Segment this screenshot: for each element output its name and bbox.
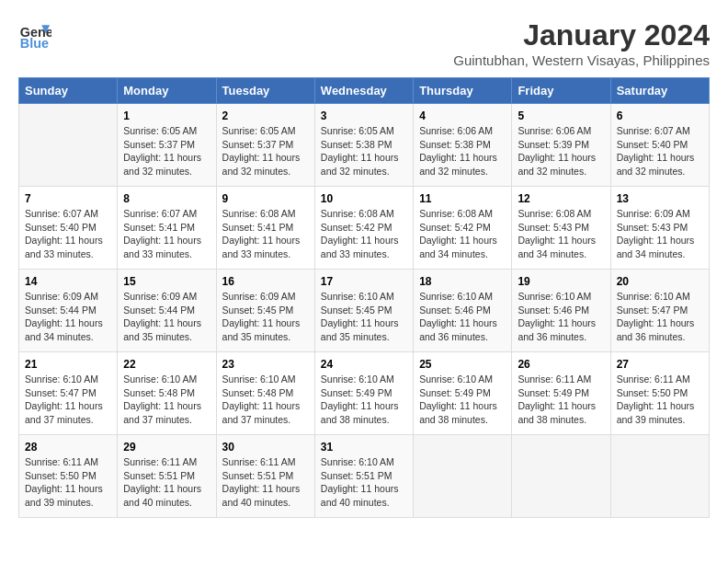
- day-info: Sunrise: 6:07 AM Sunset: 5:40 PM Dayligh…: [617, 124, 703, 178]
- calendar-body: 1Sunrise: 6:05 AM Sunset: 5:37 PM Daylig…: [19, 104, 710, 518]
- calendar-cell: [512, 435, 610, 518]
- day-number: 3: [321, 109, 407, 122]
- day-info: Sunrise: 6:10 AM Sunset: 5:48 PM Dayligh…: [123, 373, 210, 427]
- day-info: Sunrise: 6:09 AM Sunset: 5:44 PM Dayligh…: [25, 290, 111, 344]
- calendar-cell: 16Sunrise: 6:09 AM Sunset: 5:45 PM Dayli…: [216, 270, 314, 352]
- header-day: Sunday: [19, 78, 118, 104]
- header-day: Tuesday: [216, 78, 314, 104]
- calendar-cell: 19Sunrise: 6:10 AM Sunset: 5:46 PM Dayli…: [512, 270, 610, 352]
- day-info: Sunrise: 6:10 AM Sunset: 5:47 PM Dayligh…: [25, 373, 111, 427]
- day-number: 7: [25, 192, 111, 205]
- day-number: 10: [321, 192, 407, 205]
- day-info: Sunrise: 6:10 AM Sunset: 5:45 PM Dayligh…: [321, 290, 407, 344]
- calendar-header: SundayMondayTuesdayWednesdayThursdayFrid…: [19, 78, 710, 104]
- day-number: 30: [222, 441, 309, 454]
- day-number: 6: [617, 109, 703, 122]
- calendar-cell: [414, 435, 512, 518]
- header-day: Thursday: [414, 78, 512, 104]
- header: General Blue January 2024 Guintubhan, We…: [18, 18, 710, 68]
- day-number: 1: [123, 109, 210, 122]
- title-area: January 2024 Guintubhan, Western Visayas…: [453, 18, 710, 68]
- calendar-cell: 26Sunrise: 6:11 AM Sunset: 5:49 PM Dayli…: [512, 352, 610, 435]
- day-info: Sunrise: 6:08 AM Sunset: 5:42 PM Dayligh…: [419, 207, 506, 261]
- calendar-cell: 10Sunrise: 6:08 AM Sunset: 5:42 PM Dayli…: [314, 187, 413, 270]
- day-info: Sunrise: 6:06 AM Sunset: 5:39 PM Dayligh…: [518, 124, 604, 178]
- day-number: 19: [518, 275, 604, 288]
- calendar-cell: 20Sunrise: 6:10 AM Sunset: 5:47 PM Dayli…: [610, 270, 709, 352]
- header-day: Monday: [118, 78, 216, 104]
- day-number: 8: [123, 192, 210, 205]
- calendar-cell: 2Sunrise: 6:05 AM Sunset: 5:37 PM Daylig…: [216, 104, 314, 187]
- calendar-week-row: 28Sunrise: 6:11 AM Sunset: 5:50 PM Dayli…: [19, 435, 710, 518]
- day-info: Sunrise: 6:05 AM Sunset: 5:37 PM Dayligh…: [222, 124, 309, 178]
- calendar-cell: 28Sunrise: 6:11 AM Sunset: 5:50 PM Dayli…: [19, 435, 118, 518]
- day-number: 22: [123, 358, 210, 371]
- calendar-cell: 7Sunrise: 6:07 AM Sunset: 5:40 PM Daylig…: [19, 187, 118, 270]
- header-day: Wednesday: [314, 78, 413, 104]
- day-number: 29: [123, 441, 210, 454]
- day-info: Sunrise: 6:08 AM Sunset: 5:41 PM Dayligh…: [222, 207, 309, 261]
- calendar-cell: [19, 104, 118, 187]
- day-number: 5: [518, 109, 604, 122]
- calendar-cell: 27Sunrise: 6:11 AM Sunset: 5:50 PM Dayli…: [610, 352, 709, 435]
- logo-icon: General Blue: [18, 18, 51, 52]
- day-info: Sunrise: 6:09 AM Sunset: 5:45 PM Dayligh…: [222, 290, 309, 344]
- day-number: 4: [419, 109, 506, 122]
- calendar-cell: 6Sunrise: 6:07 AM Sunset: 5:40 PM Daylig…: [610, 104, 709, 187]
- calendar-cell: 17Sunrise: 6:10 AM Sunset: 5:45 PM Dayli…: [314, 270, 413, 352]
- day-info: Sunrise: 6:08 AM Sunset: 5:42 PM Dayligh…: [321, 207, 407, 261]
- day-info: Sunrise: 6:11 AM Sunset: 5:51 PM Dayligh…: [222, 455, 309, 510]
- calendar-cell: 4Sunrise: 6:06 AM Sunset: 5:38 PM Daylig…: [414, 104, 512, 187]
- header-row: SundayMondayTuesdayWednesdayThursdayFrid…: [19, 78, 710, 104]
- day-info: Sunrise: 6:10 AM Sunset: 5:46 PM Dayligh…: [419, 290, 506, 344]
- day-number: 11: [419, 192, 506, 205]
- calendar-cell: 21Sunrise: 6:10 AM Sunset: 5:47 PM Dayli…: [19, 352, 118, 435]
- calendar-cell: 8Sunrise: 6:07 AM Sunset: 5:41 PM Daylig…: [118, 187, 216, 270]
- day-info: Sunrise: 6:09 AM Sunset: 5:43 PM Dayligh…: [617, 207, 703, 261]
- day-number: 21: [25, 358, 111, 371]
- day-number: 18: [419, 275, 506, 288]
- day-info: Sunrise: 6:10 AM Sunset: 5:49 PM Dayligh…: [321, 373, 407, 427]
- day-info: Sunrise: 6:10 AM Sunset: 5:48 PM Dayligh…: [222, 373, 309, 427]
- calendar-cell: 11Sunrise: 6:08 AM Sunset: 5:42 PM Dayli…: [414, 187, 512, 270]
- day-number: 2: [222, 109, 309, 122]
- header-day: Friday: [512, 78, 610, 104]
- calendar-week-row: 7Sunrise: 6:07 AM Sunset: 5:40 PM Daylig…: [19, 187, 710, 270]
- calendar-week-row: 21Sunrise: 6:10 AM Sunset: 5:47 PM Dayli…: [19, 352, 710, 435]
- day-info: Sunrise: 6:11 AM Sunset: 5:51 PM Dayligh…: [123, 455, 210, 510]
- calendar-cell: 25Sunrise: 6:10 AM Sunset: 5:49 PM Dayli…: [414, 352, 512, 435]
- calendar-cell: 13Sunrise: 6:09 AM Sunset: 5:43 PM Dayli…: [610, 187, 709, 270]
- day-number: 14: [25, 275, 111, 288]
- day-number: 17: [321, 275, 407, 288]
- calendar-cell: 18Sunrise: 6:10 AM Sunset: 5:46 PM Dayli…: [414, 270, 512, 352]
- day-number: 24: [321, 358, 407, 371]
- calendar-cell: 5Sunrise: 6:06 AM Sunset: 5:39 PM Daylig…: [512, 104, 610, 187]
- calendar-cell: 29Sunrise: 6:11 AM Sunset: 5:51 PM Dayli…: [118, 435, 216, 518]
- day-info: Sunrise: 6:10 AM Sunset: 5:46 PM Dayligh…: [518, 290, 604, 344]
- calendar-table: SundayMondayTuesdayWednesdayThursdayFrid…: [18, 77, 710, 518]
- day-info: Sunrise: 6:07 AM Sunset: 5:41 PM Dayligh…: [123, 207, 210, 261]
- day-info: Sunrise: 6:06 AM Sunset: 5:38 PM Dayligh…: [419, 124, 506, 178]
- day-number: 25: [419, 358, 506, 371]
- day-number: 31: [321, 441, 407, 454]
- header-day: Saturday: [610, 78, 709, 104]
- day-info: Sunrise: 6:05 AM Sunset: 5:37 PM Dayligh…: [123, 124, 210, 178]
- day-number: 15: [123, 275, 210, 288]
- calendar-cell: 9Sunrise: 6:08 AM Sunset: 5:41 PM Daylig…: [216, 187, 314, 270]
- day-number: 12: [518, 192, 604, 205]
- calendar-cell: 31Sunrise: 6:10 AM Sunset: 5:51 PM Dayli…: [314, 435, 413, 518]
- day-info: Sunrise: 6:10 AM Sunset: 5:49 PM Dayligh…: [419, 373, 506, 427]
- calendar-cell: 30Sunrise: 6:11 AM Sunset: 5:51 PM Dayli…: [216, 435, 314, 518]
- day-number: 23: [222, 358, 309, 371]
- page-title: January 2024: [453, 18, 710, 52]
- calendar-cell: 23Sunrise: 6:10 AM Sunset: 5:48 PM Dayli…: [216, 352, 314, 435]
- calendar-cell: 1Sunrise: 6:05 AM Sunset: 5:37 PM Daylig…: [118, 104, 216, 187]
- day-info: Sunrise: 6:11 AM Sunset: 5:49 PM Dayligh…: [518, 373, 604, 427]
- day-number: 13: [617, 192, 703, 205]
- logo: General Blue: [18, 18, 51, 52]
- calendar-cell: [610, 435, 709, 518]
- page-subtitle: Guintubhan, Western Visayas, Philippines: [453, 52, 710, 68]
- day-info: Sunrise: 6:08 AM Sunset: 5:43 PM Dayligh…: [518, 207, 604, 261]
- day-number: 9: [222, 192, 309, 205]
- calendar-cell: 22Sunrise: 6:10 AM Sunset: 5:48 PM Dayli…: [118, 352, 216, 435]
